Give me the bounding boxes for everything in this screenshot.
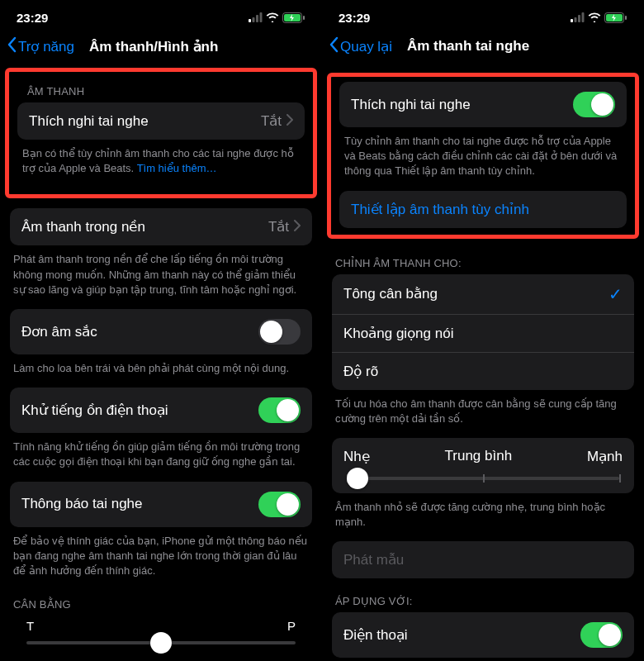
highlight-box: ÂM THANH Thích nghi tai nghe Tắt Bạn có …	[5, 68, 317, 198]
boost-slider-group: Nhẹ Trung bình Mạnh	[332, 438, 634, 493]
boost-slider[interactable]	[347, 477, 619, 480]
status-bar: 23:29	[0, 0, 322, 28]
row-label: Đơn âm sắc	[21, 323, 258, 340]
row-headphone-accommodations[interactable]: Thích nghi tai nghe Tắt	[17, 102, 305, 140]
section-header-apply: ÁP DỤNG VỚI:	[322, 578, 644, 612]
row-headphone-accommodations-toggle[interactable]: Thích nghi tai nghe	[339, 82, 627, 127]
slider-label-mid: Trung bình	[445, 448, 513, 465]
svg-rect-7	[571, 19, 573, 22]
status-time: 23:29	[339, 11, 370, 25]
back-button[interactable]: Trợ năng	[7, 36, 74, 57]
battery-charging-icon	[604, 12, 627, 23]
row-value: Tắt	[268, 218, 289, 235]
section-header-audio: ÂM THANH	[14, 77, 308, 102]
row-tune-balanced[interactable]: Tông cân bằng ✓	[332, 274, 634, 315]
svg-rect-3	[260, 12, 263, 22]
slider-label-left: Nhẹ	[343, 448, 370, 465]
svg-rect-9	[578, 15, 580, 22]
row-label: Tông cân bằng	[343, 285, 608, 302]
toggle-accommodations[interactable]	[573, 92, 615, 117]
cellular-icon	[249, 12, 263, 22]
row-tune-vocal[interactable]: Khoảng giọng nói	[332, 315, 634, 353]
nav-header: Trợ năng Âm thanh/Hình ảnh	[0, 28, 322, 64]
svg-rect-6	[303, 16, 305, 20]
svg-rect-0	[249, 19, 251, 22]
row-value: Tắt	[261, 112, 282, 130]
row-background-sounds[interactable]: Âm thanh trong nền Tắt	[10, 208, 312, 245]
wifi-icon	[588, 12, 601, 22]
balance-slider[interactable]	[26, 641, 296, 644]
footer-headphone-notif: Để bảo vệ thính giác của bạn, iPhone gửi…	[0, 527, 322, 591]
status-bar: 23:29	[322, 0, 644, 28]
back-label: Quay lại	[340, 38, 392, 55]
back-button[interactable]: Quay lại	[329, 36, 392, 57]
chevron-left-icon	[329, 36, 339, 57]
settings-content: ÂM THANH Thích nghi tai nghe Tắt Bạn có …	[0, 68, 322, 661]
chevron-right-icon	[294, 219, 301, 235]
settings-content: Thích nghi tai nghe Tùy chỉnh âm thanh c…	[322, 73, 644, 661]
slider-label-right: Mạnh	[587, 448, 623, 465]
row-noise-cancellation[interactable]: Khử tiếng ồn điện thoại	[10, 388, 312, 433]
section-header-balance: CÂN BẰNG	[0, 590, 322, 616]
svg-rect-2	[256, 15, 258, 22]
cellular-icon	[571, 12, 585, 22]
toggle-apply-phone[interactable]	[580, 622, 623, 648]
row-label: Độ rõ	[343, 363, 623, 380]
row-label: Khử tiếng ồn điện thoại	[21, 402, 258, 419]
footer-noise-cancel: Tính năng khử tiếng ồn giúp giảm tiếng ồ…	[0, 433, 322, 481]
nav-title: Âm thanh tai nghe	[407, 38, 634, 55]
row-apply-phone[interactable]: Điện thoại	[332, 612, 634, 658]
toggle-headphone-notif[interactable]	[258, 492, 301, 517]
row-label: Thông báo tai nghe	[21, 496, 258, 512]
status-right	[249, 12, 305, 23]
footer-accom: Tùy chỉnh âm thanh cho tai nghe được hỗ …	[336, 127, 630, 191]
footer-slider: Âm thanh nhỏ sẽ được tăng cường nhẹ, tru…	[322, 493, 644, 541]
slider-thumb[interactable]	[150, 632, 172, 654]
chevron-right-icon	[286, 113, 293, 130]
row-mono-audio[interactable]: Đơn âm sắc	[10, 309, 312, 354]
row-label: Âm thanh trong nền	[21, 218, 268, 235]
section-header-tune: CHỈNH ÂM THANH CHO:	[322, 249, 644, 274]
learn-more-link[interactable]: Tìm hiểu thêm…	[137, 162, 217, 174]
row-tune-brightness[interactable]: Độ rõ	[332, 353, 634, 390]
wifi-icon	[266, 12, 279, 22]
footer-headphone-accom: Bạn có thể tùy chỉnh âm thanh cho các ta…	[14, 140, 308, 188]
balance-slider-group: T P	[10, 616, 312, 644]
footer-mono: Làm cho loa bên trái và bên phải phát cù…	[0, 354, 322, 388]
chevron-left-icon	[7, 36, 17, 57]
status-right	[571, 12, 627, 23]
balance-right-label: P	[287, 619, 296, 633]
toggle-noise-cancel[interactable]	[258, 397, 301, 423]
row-label: Thích nghi tai nghe	[351, 97, 573, 113]
checkmark-icon: ✓	[608, 284, 623, 304]
status-time: 23:29	[17, 11, 48, 25]
highlight-box: Thích nghi tai nghe Tùy chỉnh âm thanh c…	[327, 73, 639, 239]
phone-right: 23:29 Quay lại Âm thanh tai nghe Thích n…	[322, 0, 644, 661]
footer-tune: Tối ưu hóa cho âm thanh được cân bằng sẽ…	[322, 390, 644, 438]
row-custom-audio-setup[interactable]: Thiết lập âm thanh tùy chỉnh	[339, 191, 627, 228]
phone-left: 23:29 Trợ năng Âm thanh/Hình ảnh ÂM THAN…	[0, 0, 322, 661]
footer-bg-sounds: Phát âm thanh trong nền để che lấp tiếng…	[0, 245, 322, 309]
svg-rect-1	[253, 17, 255, 22]
svg-rect-10	[582, 12, 585, 22]
nav-title: Âm thanh/Hình ảnh	[89, 38, 312, 55]
back-label: Trợ năng	[18, 38, 74, 55]
row-label: Thích nghi tai nghe	[29, 113, 261, 130]
slider-thumb[interactable]	[347, 468, 368, 489]
svg-rect-13	[625, 16, 627, 20]
balance-left-label: T	[26, 619, 34, 633]
row-play-sample[interactable]: Phát mẫu	[332, 541, 634, 578]
row-label: Phát mẫu	[343, 551, 623, 568]
svg-rect-8	[575, 17, 577, 22]
toggle-mono[interactable]	[258, 319, 301, 345]
row-headphone-notifications[interactable]: Thông báo tai nghe	[10, 482, 312, 527]
row-label: Khoảng giọng nói	[343, 325, 623, 342]
row-label: Điện thoại	[343, 626, 580, 644]
battery-charging-icon	[282, 12, 305, 23]
nav-header: Quay lại Âm thanh tai nghe	[322, 28, 644, 64]
row-label: Thiết lập âm thanh tùy chỉnh	[351, 201, 615, 218]
